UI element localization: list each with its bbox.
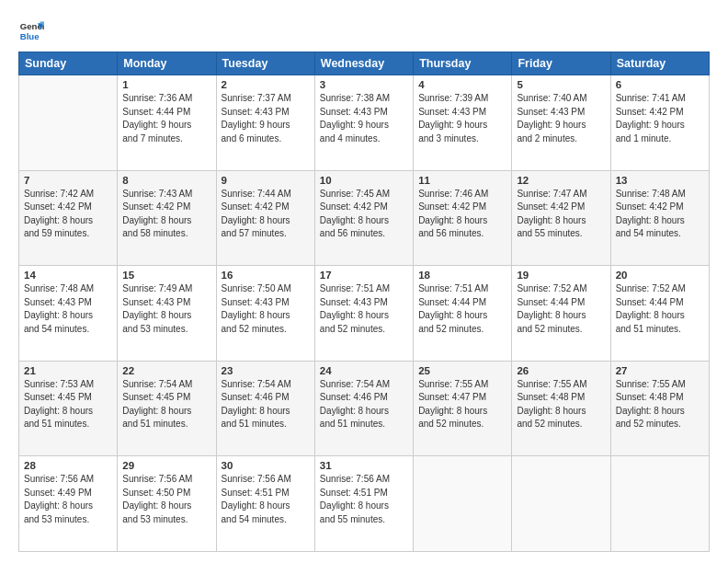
day-number: 18 <box>418 270 506 281</box>
week-row-2: 7Sunrise: 7:42 AMSunset: 4:42 PMDaylight… <box>19 170 710 266</box>
day-info: Sunrise: 7:56 AMSunset: 4:51 PMDaylight:… <box>320 473 408 526</box>
logo-icon: General Blue <box>18 18 44 44</box>
day-number: 19 <box>517 270 605 281</box>
day-info: Sunrise: 7:55 AMSunset: 4:48 PMDaylight:… <box>616 378 704 431</box>
calendar-cell: 28Sunrise: 7:56 AMSunset: 4:49 PMDayligh… <box>19 456 118 552</box>
day-number: 26 <box>517 365 605 376</box>
day-info: Sunrise: 7:56 AMSunset: 4:49 PMDaylight:… <box>24 473 112 526</box>
calendar-cell: 6Sunrise: 7:41 AMSunset: 4:42 PMDaylight… <box>610 75 709 171</box>
day-info: Sunrise: 7:53 AMSunset: 4:45 PMDaylight:… <box>24 378 112 431</box>
calendar-cell: 15Sunrise: 7:49 AMSunset: 4:43 PMDayligh… <box>118 266 216 362</box>
week-row-1: 1Sunrise: 7:36 AMSunset: 4:44 PMDaylight… <box>19 75 710 171</box>
logo: General Blue <box>18 18 46 44</box>
calendar-cell: 30Sunrise: 7:56 AMSunset: 4:51 PMDayligh… <box>216 456 314 552</box>
calendar-cell: 27Sunrise: 7:55 AMSunset: 4:48 PMDayligh… <box>610 361 709 456</box>
day-number: 2 <box>222 79 310 90</box>
day-info: Sunrise: 7:54 AMSunset: 4:46 PMDaylight:… <box>222 378 310 431</box>
calendar-cell <box>414 456 512 552</box>
day-number: 3 <box>320 79 408 90</box>
calendar-cell: 23Sunrise: 7:54 AMSunset: 4:46 PMDayligh… <box>216 361 314 456</box>
day-info: Sunrise: 7:56 AMSunset: 4:51 PMDaylight:… <box>222 473 310 526</box>
day-number: 10 <box>320 175 408 186</box>
day-number: 22 <box>122 365 210 376</box>
weekday-header-row: SundayMondayTuesdayWednesdayThursdayFrid… <box>19 52 710 75</box>
day-number: 28 <box>24 460 112 471</box>
day-number: 5 <box>517 79 605 90</box>
calendar-cell: 26Sunrise: 7:55 AMSunset: 4:48 PMDayligh… <box>512 361 610 456</box>
day-info: Sunrise: 7:51 AMSunset: 4:43 PMDaylight:… <box>320 282 408 336</box>
weekday-friday: Friday <box>512 52 610 75</box>
day-info: Sunrise: 7:48 AMSunset: 4:42 PMDaylight:… <box>616 188 704 241</box>
calendar-cell <box>610 456 709 552</box>
day-number: 23 <box>222 365 310 376</box>
calendar-cell: 18Sunrise: 7:51 AMSunset: 4:44 PMDayligh… <box>414 266 512 362</box>
day-info: Sunrise: 7:39 AMSunset: 4:43 PMDaylight:… <box>418 92 506 145</box>
day-number: 17 <box>320 270 408 281</box>
day-info: Sunrise: 7:54 AMSunset: 4:45 PMDaylight:… <box>122 378 210 431</box>
calendar-cell: 20Sunrise: 7:52 AMSunset: 4:44 PMDayligh… <box>610 266 709 362</box>
day-info: Sunrise: 7:45 AMSunset: 4:42 PMDaylight:… <box>320 188 408 241</box>
day-info: Sunrise: 7:50 AMSunset: 4:43 PMDaylight:… <box>222 282 310 336</box>
weekday-saturday: Saturday <box>610 52 709 75</box>
weekday-wednesday: Wednesday <box>314 52 413 75</box>
weekday-sunday: Sunday <box>19 52 118 75</box>
day-info: Sunrise: 7:55 AMSunset: 4:48 PMDaylight:… <box>517 378 605 431</box>
day-number: 9 <box>222 175 310 186</box>
header: General Blue <box>18 15 710 44</box>
calendar-cell: 7Sunrise: 7:42 AMSunset: 4:42 PMDaylight… <box>19 170 118 266</box>
calendar-cell: 8Sunrise: 7:43 AMSunset: 4:42 PMDaylight… <box>118 170 216 266</box>
weekday-tuesday: Tuesday <box>216 52 314 75</box>
calendar-cell: 5Sunrise: 7:40 AMSunset: 4:43 PMDaylight… <box>512 75 610 171</box>
day-info: Sunrise: 7:44 AMSunset: 4:42 PMDaylight:… <box>222 188 310 241</box>
day-number: 13 <box>616 175 704 186</box>
calendar-cell: 3Sunrise: 7:38 AMSunset: 4:43 PMDaylight… <box>314 75 413 171</box>
calendar-cell: 12Sunrise: 7:47 AMSunset: 4:42 PMDayligh… <box>512 170 610 266</box>
day-info: Sunrise: 7:48 AMSunset: 4:43 PMDaylight:… <box>24 282 112 336</box>
day-number: 15 <box>122 270 210 281</box>
day-number: 20 <box>616 270 704 281</box>
day-number: 12 <box>517 175 605 186</box>
day-info: Sunrise: 7:40 AMSunset: 4:43 PMDaylight:… <box>517 92 605 145</box>
day-info: Sunrise: 7:52 AMSunset: 4:44 PMDaylight:… <box>517 282 605 336</box>
calendar-cell: 14Sunrise: 7:48 AMSunset: 4:43 PMDayligh… <box>19 266 118 362</box>
day-info: Sunrise: 7:36 AMSunset: 4:44 PMDaylight:… <box>122 92 210 145</box>
page: General Blue SundayMondayTuesdayWednesda… <box>0 0 728 563</box>
calendar-cell: 17Sunrise: 7:51 AMSunset: 4:43 PMDayligh… <box>314 266 413 362</box>
day-info: Sunrise: 7:37 AMSunset: 4:43 PMDaylight:… <box>222 92 310 145</box>
day-info: Sunrise: 7:38 AMSunset: 4:43 PMDaylight:… <box>320 92 408 145</box>
day-info: Sunrise: 7:47 AMSunset: 4:42 PMDaylight:… <box>517 188 605 241</box>
day-number: 24 <box>320 365 408 376</box>
day-number: 7 <box>24 175 112 186</box>
day-number: 16 <box>222 270 310 281</box>
weekday-thursday: Thursday <box>414 52 512 75</box>
day-info: Sunrise: 7:41 AMSunset: 4:42 PMDaylight:… <box>616 92 704 145</box>
calendar-cell <box>512 456 610 552</box>
calendar-table: SundayMondayTuesdayWednesdayThursdayFrid… <box>18 52 710 552</box>
day-number: 4 <box>418 79 506 90</box>
day-info: Sunrise: 7:55 AMSunset: 4:47 PMDaylight:… <box>418 378 506 431</box>
day-number: 25 <box>418 365 506 376</box>
day-number: 29 <box>122 460 210 471</box>
svg-text:Blue: Blue <box>20 31 40 41</box>
day-number: 27 <box>616 365 704 376</box>
week-row-5: 28Sunrise: 7:56 AMSunset: 4:49 PMDayligh… <box>19 456 710 552</box>
week-row-4: 21Sunrise: 7:53 AMSunset: 4:45 PMDayligh… <box>19 361 710 456</box>
calendar-cell: 13Sunrise: 7:48 AMSunset: 4:42 PMDayligh… <box>610 170 709 266</box>
calendar-cell: 11Sunrise: 7:46 AMSunset: 4:42 PMDayligh… <box>414 170 512 266</box>
calendar-cell: 9Sunrise: 7:44 AMSunset: 4:42 PMDaylight… <box>216 170 314 266</box>
calendar-cell: 2Sunrise: 7:37 AMSunset: 4:43 PMDaylight… <box>216 75 314 171</box>
calendar-cell: 4Sunrise: 7:39 AMSunset: 4:43 PMDaylight… <box>414 75 512 171</box>
day-number: 6 <box>616 79 704 90</box>
calendar-cell <box>19 75 118 171</box>
calendar-cell: 24Sunrise: 7:54 AMSunset: 4:46 PMDayligh… <box>314 361 413 456</box>
day-info: Sunrise: 7:42 AMSunset: 4:42 PMDaylight:… <box>24 188 112 241</box>
calendar-cell: 22Sunrise: 7:54 AMSunset: 4:45 PMDayligh… <box>118 361 216 456</box>
calendar-cell: 1Sunrise: 7:36 AMSunset: 4:44 PMDaylight… <box>118 75 216 171</box>
day-info: Sunrise: 7:43 AMSunset: 4:42 PMDaylight:… <box>122 188 210 241</box>
day-number: 11 <box>418 175 506 186</box>
day-info: Sunrise: 7:52 AMSunset: 4:44 PMDaylight:… <box>616 282 704 336</box>
calendar-cell: 29Sunrise: 7:56 AMSunset: 4:50 PMDayligh… <box>118 456 216 552</box>
week-row-3: 14Sunrise: 7:48 AMSunset: 4:43 PMDayligh… <box>19 266 710 362</box>
day-info: Sunrise: 7:49 AMSunset: 4:43 PMDaylight:… <box>122 282 210 336</box>
weekday-monday: Monday <box>118 52 216 75</box>
